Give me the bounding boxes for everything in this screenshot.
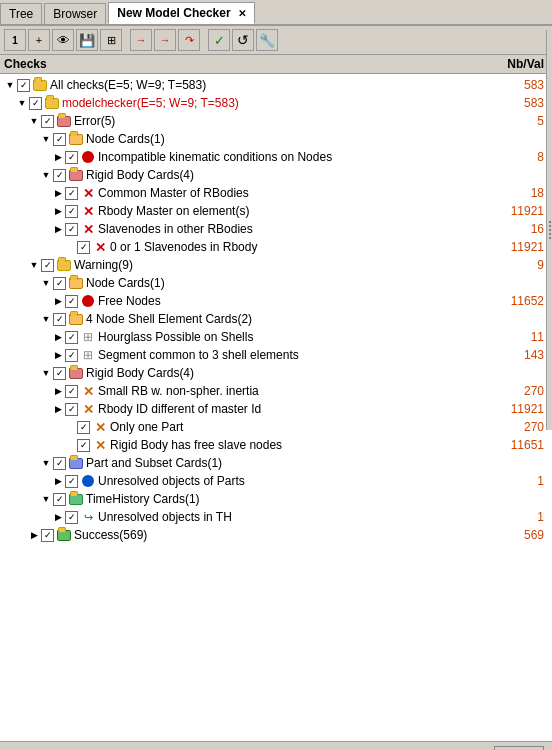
row-small-rb[interactable]: ▶ ✕ Small RB w. non-spher. inertia 270 <box>0 382 552 400</box>
expand-all-checks[interactable]: ▼ <box>4 79 16 91</box>
expand-rbody-master[interactable]: ▶ <box>52 205 64 217</box>
checkbox-rigid-body-w4[interactable] <box>53 367 66 380</box>
expand-warning[interactable]: ▼ <box>28 259 40 271</box>
checkbox-rigid-body-error[interactable] <box>53 169 66 182</box>
expand-free-nodes[interactable]: ▶ <box>52 295 64 307</box>
expand-common-master[interactable]: ▶ <box>52 187 64 199</box>
expand-unresolved-th[interactable]: ▶ <box>52 511 64 523</box>
checkbox-success[interactable] <box>41 529 54 542</box>
x-icon-common-master: ✕ <box>80 185 96 201</box>
row-unresolved-th[interactable]: ▶ ↪ Unresolved objects in TH 1 <box>0 508 552 526</box>
expand-part-subset[interactable]: ▼ <box>40 457 52 469</box>
label-rbody-id: Rbody ID different of master Id <box>98 402 492 416</box>
checkbox-warning[interactable] <box>41 259 54 272</box>
checkbox-part-subset[interactable] <box>53 457 66 470</box>
checkbox-error[interactable] <box>41 115 54 128</box>
row-timehistory-cards[interactable]: ▼ TimeHistory Cards(1) <box>0 490 552 508</box>
expand-hourglass[interactable]: ▶ <box>52 331 64 343</box>
resize-handle[interactable] <box>546 30 552 430</box>
expand-timehistory[interactable]: ▼ <box>40 493 52 505</box>
row-slavenodes-other[interactable]: ▶ ✕ Slavenodes in other RBodies 16 <box>0 220 552 238</box>
row-modelchecker[interactable]: ▼ modelchecker(E=5; W=9; T=583) 583 <box>0 94 552 112</box>
expand-unresolved-parts[interactable]: ▶ <box>52 475 64 487</box>
checkbox-only-one-part[interactable] <box>77 421 90 434</box>
row-all-checks[interactable]: ▼ All checks(E=5; W=9; T=583) 583 <box>0 76 552 94</box>
expand-error[interactable]: ▼ <box>28 115 40 127</box>
row-0-1-slave[interactable]: ✕ 0 or 1 Slavenodes in Rbody 11921 <box>0 238 552 256</box>
label-timehistory: TimeHistory Cards(1) <box>86 492 492 506</box>
checkbox-small-rb[interactable] <box>65 385 78 398</box>
x-icon-small-rb: ✕ <box>80 383 96 399</box>
expand-rigid-body-error[interactable]: ▼ <box>40 169 52 181</box>
expand-segment-common[interactable]: ▶ <box>52 349 64 361</box>
row-4-node-shell[interactable]: ▼ 4 Node Shell Element Cards(2) <box>0 310 552 328</box>
row-only-one-part[interactable]: ✕ Only one Part 270 <box>0 418 552 436</box>
toolbar-btn-arrow2[interactable]: → <box>154 29 176 51</box>
row-part-subset-cards[interactable]: ▼ Part and Subset Cards(1) <box>0 454 552 472</box>
checkbox-incompatible[interactable] <box>65 151 78 164</box>
tab-model-checker[interactable]: New Model Checker ✕ <box>108 2 255 24</box>
row-unresolved-parts[interactable]: ▶ Unresolved objects of Parts 1 <box>0 472 552 490</box>
expand-modelchecker[interactable]: ▼ <box>16 97 28 109</box>
row-rigid-body-cards-w4[interactable]: ▼ Rigid Body Cards(4) <box>0 364 552 382</box>
expand-rigid-body-w4[interactable]: ▼ <box>40 367 52 379</box>
row-node-cards-w1[interactable]: ▼ Node Cards(1) <box>0 274 552 292</box>
toolbar-btn-add[interactable]: + <box>28 29 50 51</box>
expand-small-rb[interactable]: ▶ <box>52 385 64 397</box>
checkbox-hourglass[interactable] <box>65 331 78 344</box>
row-rigid-body-cards-error[interactable]: ▼ Rigid Body Cards(4) <box>0 166 552 184</box>
expand-node-cards-1[interactable]: ▼ <box>40 133 52 145</box>
row-rbody-master[interactable]: ▶ ✕ Rbody Master on element(s) 11921 <box>0 202 552 220</box>
row-warning[interactable]: ▼ Warning(9) 9 <box>0 256 552 274</box>
toolbar-btn-1[interactable]: 1 <box>4 29 26 51</box>
expand-incompatible[interactable]: ▶ <box>52 151 64 163</box>
checkbox-timehistory[interactable] <box>53 493 66 506</box>
checkbox-unresolved-th[interactable] <box>65 511 78 524</box>
row-free-nodes[interactable]: ▶ Free Nodes 11652 <box>0 292 552 310</box>
checkbox-rbody-master[interactable] <box>65 205 78 218</box>
checkbox-rigid-body-free-slave[interactable] <box>77 439 90 452</box>
row-error[interactable]: ▼ Error(5) 5 <box>0 112 552 130</box>
row-rigid-body-free-slave[interactable]: ✕ Rigid Body has free slave nodes 11651 <box>0 436 552 454</box>
toolbar-btn-arrow1[interactable]: → <box>130 29 152 51</box>
checkbox-modelchecker[interactable] <box>29 97 42 110</box>
toolbar-btn-eye[interactable]: 👁 <box>52 29 74 51</box>
label-rigid-body-error: Rigid Body Cards(4) <box>86 168 492 182</box>
toolbar-btn-check[interactable]: ✓ <box>208 29 230 51</box>
checkbox-4-node-shell[interactable] <box>53 313 66 326</box>
toolbar-btn-grid[interactable]: ⊞ <box>100 29 122 51</box>
toolbar-btn-settings[interactable]: 🔧 <box>256 29 278 51</box>
checkbox-unresolved-parts[interactable] <box>65 475 78 488</box>
row-hourglass[interactable]: ▶ ⊞ Hourglass Possible on Shells 11 <box>0 328 552 346</box>
folder-icon-warning <box>56 257 72 273</box>
checkbox-slavenodes-other[interactable] <box>65 223 78 236</box>
close-button[interactable]: Clos <box>494 746 544 751</box>
row-node-cards-1[interactable]: ▼ Node Cards(1) <box>0 130 552 148</box>
checkbox-node-cards-w1[interactable] <box>53 277 66 290</box>
expand-node-cards-w1[interactable]: ▼ <box>40 277 52 289</box>
checkbox-common-master[interactable] <box>65 187 78 200</box>
row-segment-common[interactable]: ▶ ⊞ Segment common to 3 shell elements 1… <box>0 346 552 364</box>
checkbox-segment-common[interactable] <box>65 349 78 362</box>
checkbox-0-1-slave[interactable] <box>77 241 90 254</box>
expand-rbody-id[interactable]: ▶ <box>52 403 64 415</box>
row-incompatible[interactable]: ▶ Incompatible kinematic conditions on N… <box>0 148 552 166</box>
circle-red-icon-incompatible <box>80 149 96 165</box>
checkbox-free-nodes[interactable] <box>65 295 78 308</box>
checkbox-all-checks[interactable] <box>17 79 30 92</box>
tab-tree[interactable]: Tree <box>0 3 42 24</box>
tab-close-icon[interactable]: ✕ <box>238 8 246 19</box>
checkbox-node-cards-1[interactable] <box>53 133 66 146</box>
value-0-1-slave: 11921 <box>492 240 552 254</box>
toolbar-btn-save[interactable]: 💾 <box>76 29 98 51</box>
row-rbody-id[interactable]: ▶ ✕ Rbody ID different of master Id 1192… <box>0 400 552 418</box>
expand-slavenodes-other[interactable]: ▶ <box>52 223 64 235</box>
toolbar-btn-refresh[interactable]: ↺ <box>232 29 254 51</box>
checkbox-rbody-id[interactable] <box>65 403 78 416</box>
expand-success[interactable]: ▶ <box>28 529 40 541</box>
tab-browser[interactable]: Browser <box>44 3 106 24</box>
row-success[interactable]: ▶ Success(569) 569 <box>0 526 552 544</box>
expand-4-node-shell[interactable]: ▼ <box>40 313 52 325</box>
toolbar-btn-arrow3[interactable]: ↷ <box>178 29 200 51</box>
row-common-master[interactable]: ▶ ✕ Common Master of RBodies 18 <box>0 184 552 202</box>
